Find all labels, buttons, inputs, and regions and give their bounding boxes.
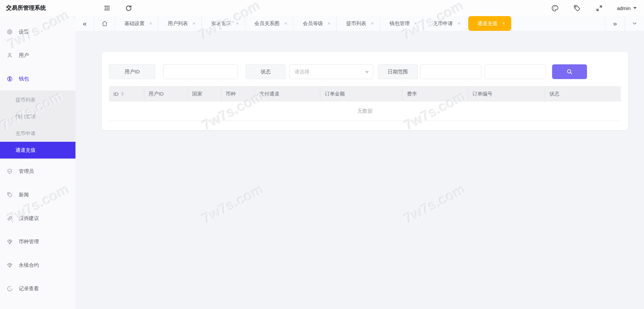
gem-icon [7, 239, 13, 245]
sort-icon[interactable] [121, 92, 124, 96]
home-icon[interactable] [94, 16, 115, 31]
tag-icon[interactable] [573, 4, 581, 12]
column-header-country: 国家 [188, 86, 221, 102]
link-icon [7, 215, 13, 221]
sidebar-item-label: 币种管理 [19, 239, 39, 245]
top-header: 交易所管理系统 admin [0, 0, 644, 16]
refresh-icon[interactable] [124, 4, 133, 12]
column-header-amount: 订单金额 [320, 86, 402, 102]
column-header-rate: 费率 [402, 86, 468, 102]
status-select[interactable]: 请选择 [289, 64, 373, 79]
date-end-input[interactable] [485, 64, 546, 79]
search-button[interactable] [552, 64, 587, 79]
sidebar-item-channel-recharge[interactable]: 通道充值 [0, 142, 75, 159]
gem-icon [7, 262, 13, 268]
tabs-more-button[interactable] [625, 16, 644, 31]
column-header-order-no: 订单编号 [468, 86, 545, 102]
sidebar-item-label: 管理员 [19, 168, 34, 175]
dollar-circle-icon [7, 76, 13, 82]
close-icon[interactable]: × [193, 21, 195, 26]
tabs-scroll-right-button[interactable]: » [605, 16, 625, 31]
tab-withdraw-list[interactable]: 提币列表 × [337, 16, 380, 31]
gear-icon [7, 29, 13, 35]
column-header-status: 状态 [545, 86, 621, 102]
sidebar-item-records[interactable]: 记录查看 [0, 277, 75, 300]
close-icon[interactable]: × [236, 21, 238, 26]
close-icon[interactable]: × [284, 21, 287, 26]
wallet-submenu: 提币列表 钱包管理 充币申请 通道充值 [0, 90, 75, 160]
table-empty-state: 无数据 [109, 102, 621, 121]
status-label: 状态 [246, 64, 285, 79]
sidebar-item-label: 投拆建议 [19, 215, 39, 222]
close-icon[interactable]: × [458, 21, 460, 26]
close-icon[interactable]: × [414, 21, 417, 26]
username: admin [617, 5, 631, 11]
user-id-input[interactable] [163, 64, 238, 79]
tab-channel-recharge[interactable]: 通道充值 × [468, 16, 511, 31]
sidebar: 设置 用户 钱包 提币列表 钱包管理 充币申请 通道充值 管理员 新闻 投 [0, 16, 75, 309]
tab-realname[interactable]: 实名管理 × [202, 16, 245, 31]
shield-check-icon [7, 168, 13, 174]
filter-row: 用户ID 状态 请选择 日期范围 [109, 64, 587, 79]
sidebar-item-label: 用户 [19, 52, 29, 59]
tab-bar: « 基础设置 × 用户列表 × 实名管理 × 会员关系图 × 会员等级 × 提币… [75, 16, 644, 31]
sidebar-collapse-icon[interactable] [103, 4, 111, 12]
app-title: 交易所管理系统 [6, 0, 46, 16]
close-icon[interactable]: × [371, 21, 374, 26]
sidebar-item-news[interactable]: 新闻 [0, 183, 75, 206]
theme-palette-icon[interactable] [550, 4, 559, 12]
tabs-scroll-left-button[interactable]: « [75, 16, 94, 31]
chevron-down-icon [365, 71, 369, 73]
sidebar-item-label: 钱包 [19, 76, 29, 82]
compass-icon [7, 286, 13, 292]
sidebar-item-deposit-apply[interactable]: 充币申请 [0, 125, 75, 142]
tab-user-list[interactable]: 用户列表 × [158, 16, 202, 31]
sidebar-item-admin[interactable]: 管理员 [0, 160, 75, 183]
user-icon [7, 52, 13, 58]
sidebar-item-label: 设置 [19, 29, 29, 35]
watermark: 7w7s.com [401, 181, 468, 227]
data-table: ID 用户ID 国家 币种 支付通道 订单金额 费率 订单编号 状态 无数据 [109, 86, 621, 121]
tab-basic-settings[interactable]: 基础设置 × [115, 16, 158, 31]
sidebar-item-label: 记录查看 [19, 286, 39, 292]
caret-down-icon [633, 7, 637, 9]
sidebar-item-users[interactable]: 用户 [0, 44, 75, 67]
table-header-row: ID 用户ID 国家 币种 支付通道 订单金额 费率 订单编号 状态 [109, 86, 621, 102]
tab-member-level[interactable]: 会员等级 × [293, 16, 337, 31]
sidebar-item-wallet[interactable]: 钱包 [0, 67, 75, 90]
tab-wallet-manage[interactable]: 钱包管理 × [380, 16, 423, 31]
close-icon[interactable]: × [328, 21, 330, 26]
tag-icon [7, 192, 13, 198]
date-start-input[interactable] [420, 64, 481, 79]
fullscreen-icon[interactable] [595, 4, 603, 12]
sidebar-item-coin-manage[interactable]: 币种管理 [0, 230, 75, 253]
watermark: 7w7s.com [199, 181, 266, 227]
column-header-user-id: 用户ID [144, 86, 188, 102]
sidebar-item-settings[interactable]: 设置 [0, 20, 75, 44]
column-header-coin: 币种 [221, 86, 255, 102]
column-header-id[interactable]: ID [109, 86, 144, 102]
close-icon[interactable]: × [502, 21, 505, 26]
tab-deposit-apply[interactable]: 充币申请 × [423, 16, 467, 31]
sidebar-item-label: 永续合约 [19, 262, 39, 268]
close-icon[interactable]: × [149, 21, 152, 26]
sidebar-item-wallet-manage[interactable]: 钱包管理 [0, 108, 75, 125]
sidebar-item-label: 新闻 [19, 192, 29, 198]
sidebar-item-feedback[interactable]: 投拆建议 [0, 206, 75, 230]
column-header-channel: 支付通道 [255, 86, 320, 102]
sidebar-item-perpetual[interactable]: 永续合约 [0, 253, 75, 277]
date-range-label: 日期范围 [378, 64, 418, 79]
search-icon [566, 68, 573, 75]
user-id-label: 用户ID [109, 64, 155, 79]
tab-member-graph[interactable]: 会员关系图 × [245, 16, 293, 31]
sidebar-item-withdraw-list[interactable]: 提币列表 [0, 91, 75, 108]
user-menu[interactable]: admin [617, 5, 637, 11]
content-card: 用户ID 状态 请选择 日期范围 ID 用户ID 国家 币种 支付通道 订单金额… [102, 52, 628, 130]
